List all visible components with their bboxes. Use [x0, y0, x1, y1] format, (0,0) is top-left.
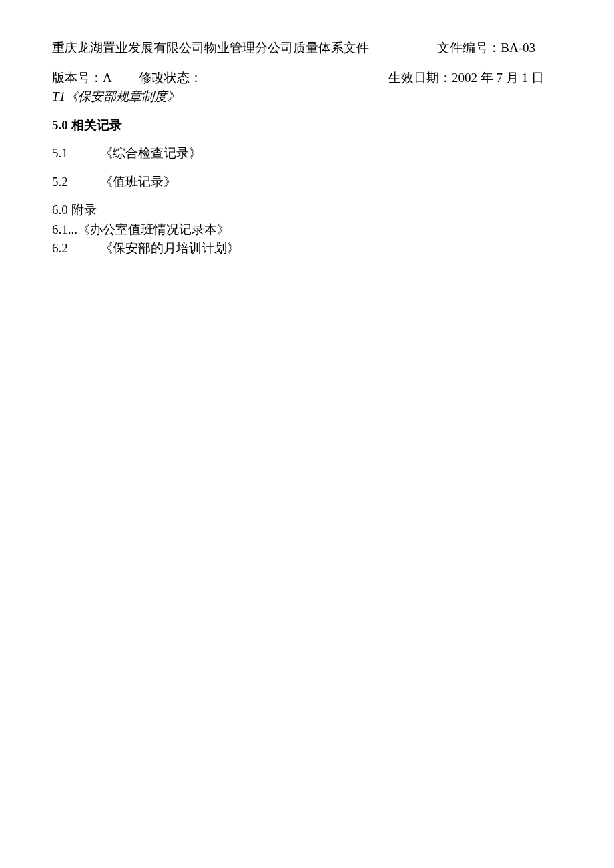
record-item-5-1: 5.1 《综合检查记录》: [52, 144, 562, 163]
section-5-num: 5.0: [52, 118, 68, 132]
t1-text: 《保安部规章制度》: [65, 89, 180, 103]
section-5-heading: 5.0 相关记录: [52, 116, 562, 135]
appendix-title: 附录: [68, 203, 97, 217]
record-num-5-2: 5.2: [52, 173, 100, 192]
date-field: 生效日期：2002 年 7 月 1 日: [388, 69, 544, 88]
version-label: 版本号：: [52, 71, 103, 85]
appendix-item-6-1: 6.1...《办公室值班情况记录本》: [52, 220, 562, 240]
record-num-5-1: 5.1: [52, 144, 100, 163]
header-row-2: 版本号：A 修改状态： 生效日期：2002 年 7 月 1 日: [52, 69, 562, 88]
company-title: 重庆龙湖置业发展有限公司物业管理分公司质量体系文件: [52, 39, 369, 58]
record-text-5-2: 《值班记录》: [100, 173, 562, 192]
doc-number-label: 文件编号：: [437, 41, 501, 55]
version-field: 版本号：A: [52, 69, 139, 88]
modify-field: 修改状态：: [139, 69, 326, 88]
appendix-item-6-2: 6.2 《保安部的月培训计划》: [52, 239, 562, 258]
doc-number-value: BA-03: [501, 41, 535, 55]
date-label: 生效日期：: [388, 71, 452, 85]
section-5-title: 相关记录: [68, 118, 122, 132]
t1-prefix: T1: [52, 89, 65, 103]
header-row-1: 重庆龙湖置业发展有限公司物业管理分公司质量体系文件 文件编号：BA-03: [52, 39, 562, 58]
date-value: 2002 年 7 月 1 日: [452, 71, 544, 85]
appendix-num-6-1: 6.1...: [52, 222, 77, 236]
record-item-5-2: 5.2 《值班记录》: [52, 173, 562, 192]
modify-label: 修改状态：: [139, 71, 202, 85]
appendix-text-6-1: 《办公室值班情况记录本》: [77, 222, 230, 236]
appendix-num-6-0: 6.0: [52, 203, 68, 217]
appendix-text-6-2: 《保安部的月培训计划》: [100, 239, 240, 258]
version-value: A: [103, 71, 112, 85]
record-text-5-1: 《综合检查记录》: [100, 144, 562, 163]
t1-line: T1《保安部规章制度》: [52, 87, 562, 107]
doc-number: 文件编号：BA-03: [437, 39, 562, 58]
appendix-heading: 6.0 附录: [52, 201, 562, 220]
appendix-num-6-2: 6.2: [52, 239, 100, 258]
